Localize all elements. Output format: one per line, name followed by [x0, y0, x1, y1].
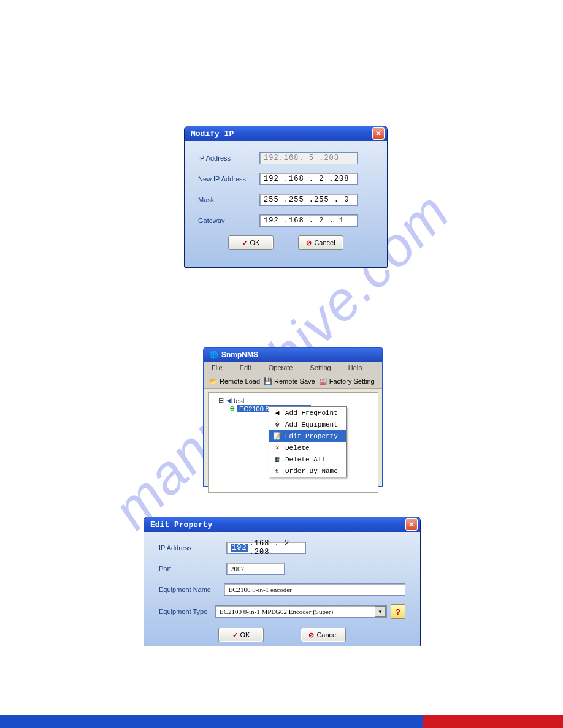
plus-arrow-icon: ◀ — [273, 409, 282, 417]
new-ip-field[interactable]: 192 .168 . 2 .208 — [259, 173, 358, 185]
modify-ip-titlebar[interactable]: Modify IP ✕ — [185, 126, 387, 141]
checkmark-icon: ✓ — [242, 239, 248, 247]
ip-rest: .168 . 2 .208 — [250, 539, 302, 556]
ip-field[interactable]: 192.168 . 2 .208 — [226, 542, 306, 554]
app-icon: 🌐 — [209, 351, 218, 359]
ctx-order-label: Order By Name — [285, 468, 338, 475]
gateway-label: Gateway — [198, 217, 259, 224]
factory-setting-button[interactable]: 🏭Factory Setting — [319, 377, 375, 385]
gateway-field[interactable]: 192 .168 . 2 . 1 — [259, 214, 358, 227]
ok-button[interactable]: ✓OK — [218, 628, 264, 642]
equipment-icon: ⚙ — [273, 420, 282, 428]
ctx-delete-all[interactable]: 🗑Delete All — [269, 453, 346, 465]
tree-collapse-icon[interactable]: ⊟ — [218, 396, 224, 404]
equipment-type-select[interactable]: EC2100 8-in-1 MPEG02 Encoder (Super)▼ — [215, 605, 387, 618]
cancel-button[interactable]: ⊘Cancel — [301, 628, 346, 642]
remote-save-button[interactable]: 💾Remote Save — [264, 377, 315, 385]
ctx-add-freqpoint[interactable]: ◀Add FreqPoint — [269, 407, 346, 419]
chevron-down-icon[interactable]: ▼ — [375, 606, 386, 617]
snmpnms-window: 🌐 SnmpNMS File Edit Operate Setting Help… — [203, 347, 383, 487]
floppy-icon: 💾 — [264, 377, 272, 385]
ctx-edit-label: Edit Property — [285, 433, 338, 440]
folder-open-icon: 📂 — [209, 377, 218, 385]
cancel-button[interactable]: ⊘Cancel — [298, 235, 343, 250]
menu-file[interactable]: File — [212, 364, 223, 371]
ctx-delete[interactable]: ✕Delete — [269, 442, 346, 453]
checkmark-icon: ✓ — [232, 631, 238, 639]
factory-icon: 🏭 — [319, 377, 327, 385]
equipment-type-label: Equipment Type — [159, 608, 215, 615]
ok-button[interactable]: ✓OK — [228, 235, 274, 250]
ip-first-octet[interactable]: 192 — [231, 544, 248, 552]
equipment-name-label: Equipment Name — [159, 586, 224, 593]
edit-property-title: Edit Property — [150, 520, 212, 529]
modify-ip-window: Modify IP ✕ IP Address 192.168. 5 .208 N… — [184, 126, 388, 268]
tree-root-label: test — [234, 397, 245, 404]
ctx-freqpoint-label: Add FreqPoint — [285, 409, 338, 417]
tool-bar: 📂Remote Load 💾Remote Save 🏭Factory Setti… — [204, 374, 382, 389]
sort-icon: ⇅ — [273, 467, 282, 475]
ctx-deleteall-label: Delete All — [285, 456, 326, 463]
factory-label: Factory Setting — [329, 377, 375, 385]
menu-operate[interactable]: Operate — [269, 364, 293, 371]
ip-address-label: IP Address — [198, 154, 259, 162]
footer-red — [423, 715, 564, 728]
arrow-icon: ◀ — [226, 396, 231, 404]
modify-ip-title: Modify IP — [191, 129, 234, 138]
close-icon[interactable]: ✕ — [372, 127, 385, 140]
footer-bar — [0, 715, 563, 728]
ok-label: OK — [240, 631, 250, 639]
device-icon: ⊕ — [229, 404, 235, 412]
equipment-type-value: EC2100 8-in-1 MPEG02 Encoder (Super) — [220, 608, 333, 615]
ip-label: IP Address — [159, 544, 226, 552]
context-menu: ◀Add FreqPoint ⚙Add Equipment 📝Edit Prop… — [269, 406, 347, 477]
menu-bar: File Edit Operate Setting Help — [204, 362, 382, 374]
ctx-equipment-label: Add Equipment — [285, 421, 338, 428]
ip-address-field: 192.168. 5 .208 — [259, 152, 358, 164]
ctx-add-equipment[interactable]: ⚙Add Equipment — [269, 419, 346, 430]
cancel-label: Cancel — [316, 631, 337, 639]
menu-edit[interactable]: Edit — [240, 364, 251, 371]
mask-field[interactable]: 255 .255 .255 . 0 — [259, 194, 358, 206]
tree-view[interactable]: ⊟◀test ⊕EC2100 8-in-1 encoder ◀Add FreqP… — [208, 392, 378, 493]
edit-property-titlebar[interactable]: Edit Property ✕ — [144, 517, 420, 532]
remote-load-button[interactable]: 📂Remote Load — [209, 377, 260, 385]
equipment-name-field[interactable]: EC2100 8-in-1 encoder — [224, 583, 405, 596]
ctx-edit-property[interactable]: 📝Edit Property — [269, 430, 346, 442]
edit-icon: 📝 — [273, 432, 282, 440]
menu-help[interactable]: Help — [348, 364, 362, 371]
tree-root[interactable]: ⊟◀test — [218, 396, 374, 404]
ctx-order-by-name[interactable]: ⇅Order By Name — [269, 465, 346, 477]
cancel-x-icon: ⊘ — [308, 631, 314, 639]
delete-icon: ✕ — [273, 444, 282, 452]
menu-setting[interactable]: Setting — [310, 364, 331, 371]
remote-save-label: Remote Save — [274, 377, 315, 385]
mask-label: Mask — [198, 196, 259, 203]
trash-icon: 🗑 — [273, 455, 282, 463]
ok-label: OK — [250, 239, 260, 246]
port-label: Port — [159, 565, 226, 572]
cancel-x-icon: ⊘ — [306, 239, 312, 247]
ctx-delete-label: Delete — [285, 444, 310, 452]
modify-ip-body: IP Address 192.168. 5 .208 New IP Addres… — [185, 141, 387, 267]
edit-property-body: IP Address 192.168 . 2 .208 Port 2007 Eq… — [144, 532, 420, 646]
cancel-label: Cancel — [314, 239, 335, 246]
help-button[interactable]: ? — [391, 604, 405, 619]
port-field[interactable]: 2007 — [226, 563, 285, 575]
close-icon[interactable]: ✕ — [405, 518, 418, 531]
new-ip-label: New IP Address — [198, 175, 259, 183]
remote-load-label: Remote Load — [220, 377, 260, 385]
footer-blue — [0, 715, 423, 728]
snmpnms-titlebar[interactable]: 🌐 SnmpNMS — [204, 348, 382, 362]
edit-property-window: Edit Property ✕ IP Address 192.168 . 2 .… — [144, 517, 421, 646]
snmpnms-title: SnmpNMS — [221, 351, 258, 359]
